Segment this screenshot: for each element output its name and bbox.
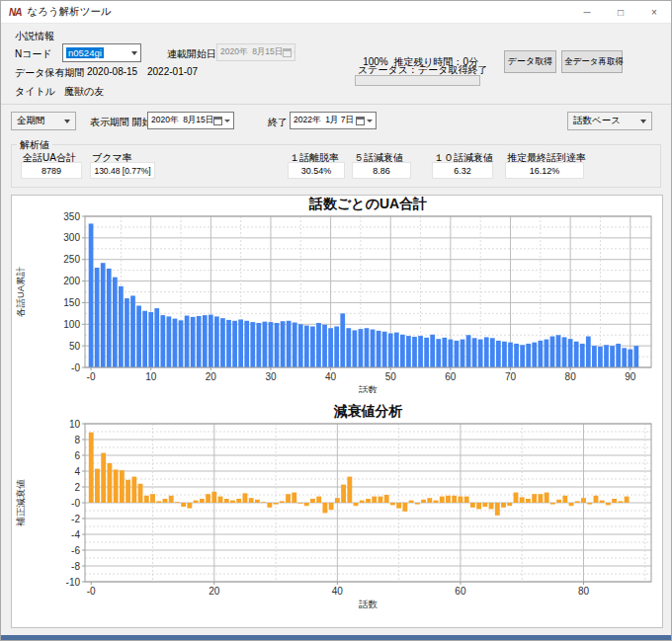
chevron-down-icon — [64, 120, 70, 123]
svg-text:60: 60 — [445, 371, 457, 382]
display-end-value: 2022年 1月 7日 — [294, 115, 354, 126]
display-start-datepicker[interactable]: 2020年 8月15日 — [147, 112, 234, 129]
period-range-select[interactable]: 全期間 — [11, 112, 76, 130]
svg-text:-0: -0 — [71, 498, 80, 509]
display-end-label: 終了 — [268, 116, 288, 129]
window-controls: ─ □ × — [570, 1, 671, 23]
svg-text:10: 10 — [145, 371, 157, 382]
chevron-down-icon — [131, 51, 137, 55]
stat-value-ep5-decay: 8.86 — [352, 162, 411, 179]
titlebar: NA なろう解析ツール ─ □ × — [1, 1, 671, 24]
svg-text:-8: -8 — [71, 561, 80, 572]
display-end-datepicker[interactable]: 2022年 1月 7日 — [290, 112, 377, 129]
separator — [1, 104, 672, 105]
svg-text:減衰値分析: 減衰値分析 — [334, 403, 403, 419]
minimize-icon[interactable]: ─ — [570, 1, 604, 23]
calendar-icon — [356, 117, 365, 125]
app-window: NA なろう解析ツール ─ □ × 小説情報 Nコード n0524gi 連載開始… — [0, 0, 672, 641]
ncode-combobox[interactable]: n0524gi — [62, 43, 141, 62]
svg-text:2: 2 — [74, 482, 80, 493]
window-title: なろう解析ツール — [27, 5, 111, 19]
display-start-value: 2020年 8月15日 — [151, 115, 213, 126]
svg-text:80: 80 — [578, 586, 590, 597]
stat-value-final-reach: 16.12% — [505, 162, 584, 179]
fetch-data-button[interactable]: データ取得 — [504, 50, 556, 73]
svg-text:350: 350 — [63, 211, 80, 222]
svg-text:30: 30 — [265, 371, 277, 382]
svg-text:6: 6 — [74, 450, 80, 461]
svg-text:-0: -0 — [71, 362, 80, 373]
stat-value-bookmark-rate: 130.48 [0.77%] — [90, 162, 155, 179]
novel-title-label: タイトル — [15, 85, 55, 99]
svg-text:250: 250 — [63, 254, 80, 265]
svg-text:-2: -2 — [71, 514, 80, 524]
chevron-down-icon — [640, 120, 646, 123]
svg-text:50: 50 — [385, 371, 397, 382]
svg-text:-0: -0 — [87, 586, 96, 597]
serial-start-datepicker: 2020年 8月15日 — [216, 43, 295, 61]
svg-text:60: 60 — [455, 586, 466, 597]
svg-text:-6: -6 — [71, 545, 80, 556]
axis-base-value: 話数ベース — [573, 115, 621, 127]
chevron-down-icon — [367, 120, 373, 122]
ncode-value: n0524gi — [66, 47, 104, 58]
stat-value-ep10-decay: 6.32 — [432, 162, 493, 179]
svg-text:150: 150 — [63, 297, 80, 308]
stat-value-ep1-dropout: 30.54% — [288, 162, 345, 179]
svg-text:40: 40 — [325, 371, 337, 382]
axis-base-select[interactable]: 話数ベース — [567, 112, 652, 130]
calendar-icon — [213, 117, 222, 125]
retention-end-value: 2022-01-07 — [147, 66, 198, 77]
serial-start-value: 2020年 8月15日 — [220, 46, 283, 58]
novel-title-value: 魔獣の友 — [64, 85, 104, 99]
svg-text:補正減衰値: 補正減衰値 — [15, 479, 26, 527]
svg-text:話数: 話数 — [359, 599, 378, 609]
ncode-label: Nコード — [15, 47, 52, 61]
retention-start-value: 2020-08-15 — [87, 66, 137, 77]
svg-text:80: 80 — [565, 371, 577, 382]
svg-text:200: 200 — [63, 276, 80, 286]
display-period-label: 表示期間 開始 — [90, 116, 152, 129]
analysis-section-label: 解析値 — [17, 138, 52, 152]
svg-text:話数ごとのUA合計: 話数ごとのUA合計 — [308, 196, 427, 211]
svg-text:話数: 話数 — [359, 384, 378, 393]
progress-bar — [355, 75, 480, 86]
svg-text:各話UA累計: 各話UA累計 — [15, 266, 26, 317]
svg-text:100: 100 — [63, 319, 80, 330]
svg-text:300: 300 — [63, 232, 80, 243]
svg-text:70: 70 — [505, 371, 517, 382]
svg-text:-10: -10 — [66, 577, 81, 588]
serial-start-label: 連載開始日 — [167, 47, 216, 61]
svg-text:50: 50 — [69, 341, 81, 352]
decay-analysis-chart: 108642-0-2-4-6-8-10-020406080減衰値分析話数補正減衰… — [12, 393, 660, 625]
svg-text:90: 90 — [625, 371, 636, 382]
maximize-icon[interactable]: □ — [604, 1, 637, 23]
retention-label: データ保有期間 — [15, 66, 84, 80]
svg-text:-4: -4 — [71, 529, 80, 540]
stat-value-total-ua: 8789 — [21, 162, 82, 179]
chevron-down-icon — [224, 120, 230, 122]
svg-text:8: 8 — [74, 435, 80, 445]
svg-text:-0: -0 — [87, 371, 96, 382]
svg-text:4: 4 — [74, 466, 80, 477]
app-logo-icon: NA — [9, 7, 21, 18]
svg-text:10: 10 — [69, 419, 81, 430]
refetch-all-button[interactable]: 全データ再取得 — [561, 50, 623, 73]
chevron-down-icon — [294, 51, 295, 54]
ua-per-episode-chart: 35030025020015010050-0-01020304050607080… — [12, 196, 660, 393]
svg-text:20: 20 — [209, 586, 220, 597]
period-range-value: 全期間 — [17, 115, 45, 127]
chart-panel: 35030025020015010050-0-01020304050607080… — [11, 195, 663, 628]
close-icon[interactable]: × — [637, 1, 671, 23]
calendar-icon — [283, 48, 292, 57]
svg-text:20: 20 — [206, 371, 217, 382]
svg-text:40: 40 — [332, 586, 344, 597]
window-bottom-border — [1, 635, 671, 640]
novel-info-section-label: 小説情報 — [15, 30, 54, 43]
